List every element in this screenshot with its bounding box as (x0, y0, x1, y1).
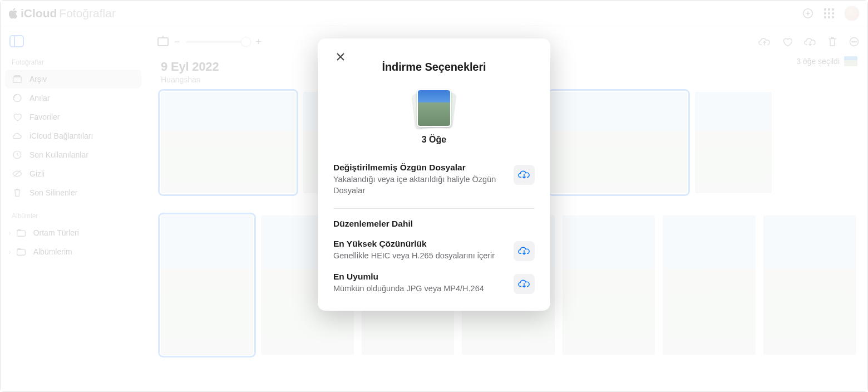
selection-thumb-icon (844, 56, 857, 66)
folder-icon (16, 246, 27, 257)
photo-thumbnail[interactable] (161, 92, 295, 193)
option-highest-resolution: En Yüksek Çözünürlük Genellikle HEIC vey… (333, 237, 535, 270)
svg-point-8 (852, 41, 853, 42)
photo-thumbnail[interactable] (563, 215, 655, 355)
chevron-right-icon: › (8, 228, 11, 237)
option-subtitle: Yakalandığı veya içe aktarıldığı haliyle… (333, 174, 507, 196)
sidebar-item-favorites[interactable]: Favoriler (5, 107, 141, 126)
folder-icon (16, 227, 27, 238)
heart-icon (12, 111, 23, 122)
sidebar-item-label: Ortam Türleri (33, 228, 79, 237)
option-most-compatible: En Uyumlu Mümkün olduğunda JPG veya MP4/… (333, 270, 535, 295)
sidebar-item-icloud-links[interactable]: iCloud Bağlantıları (5, 126, 141, 145)
separator (333, 208, 535, 209)
option-title: En Uyumlu (333, 272, 507, 282)
sidebar-item-label: Son Silinenler (29, 188, 77, 197)
sidebar-item-hidden[interactable]: Gizli (5, 164, 141, 183)
sidebar-item-label: Gizli (29, 169, 45, 178)
sidebar-item-label: Favoriler (29, 112, 60, 121)
sidebar-item-recently-deleted[interactable]: Son Silinenler (5, 183, 141, 202)
cloud-icon (12, 130, 23, 141)
modal-title: İndirme Seçenekleri (333, 61, 535, 74)
brand-icloud[interactable]: iCloud (21, 7, 57, 20)
sidebar-item-recents[interactable]: Son Kullanılanlar (5, 145, 141, 164)
chevron-right-icon: › (8, 247, 11, 256)
download-compatible-button[interactable] (514, 274, 535, 294)
zoom-in-button[interactable]: + (256, 36, 262, 48)
selection-count-label: 3 öğe seçildi (796, 57, 840, 66)
svg-rect-6 (17, 249, 25, 255)
sidebar-heading-photos: Fotoğraflar (5, 54, 141, 70)
svg-rect-5 (17, 231, 25, 236)
download-highres-button[interactable] (514, 241, 535, 261)
sidebar-item-label: Arşiv (29, 75, 47, 84)
app-launcher-icon[interactable] (823, 7, 835, 19)
photo-thumbnail[interactable] (161, 215, 253, 355)
more-icon[interactable] (849, 36, 860, 47)
add-icon[interactable] (802, 7, 814, 19)
option-subtitle: Genellikle HEIC veya H.265 dosyalarını i… (333, 251, 507, 262)
zoom-control: − + (174, 36, 262, 48)
sidebar-item-media-types[interactable]: › Ortam Türleri (5, 223, 141, 242)
sidebar-item-memories[interactable]: Anılar (5, 89, 141, 107)
sidebar-item-label: Albümlerim (33, 247, 72, 256)
sidebar-item-library[interactable]: Arşiv (5, 70, 141, 89)
favorite-icon[interactable] (782, 37, 793, 47)
svg-point-9 (854, 41, 855, 42)
item-count-label: 3 Öğe (333, 135, 535, 145)
aspect-toggle-icon[interactable] (157, 37, 169, 46)
sidebar-item-label: Anılar (29, 94, 50, 102)
sidebar-heading-albums: Albümler (5, 208, 141, 223)
sidebar-item-label: iCloud Bağlantıları (29, 131, 93, 140)
memories-icon (12, 92, 23, 104)
sidebar: Fotoğraflar Arşiv Anılar Favoriler iClou… (1, 26, 146, 392)
download-options-modal: İndirme Seçenekleri 3 Öğe Değiştirilmemi… (318, 38, 550, 311)
svg-rect-2 (14, 76, 20, 77)
photo-thumbnail[interactable] (663, 215, 755, 355)
preview-stack (414, 88, 454, 129)
eye-off-icon (12, 168, 23, 179)
apple-logo-icon (8, 8, 18, 19)
sidebar-item-my-albums[interactable]: › Albümlerim (5, 242, 141, 261)
option-title: En Yüksek Çözünürlük (333, 239, 507, 249)
svg-point-10 (856, 41, 857, 42)
account-avatar[interactable] (844, 6, 860, 21)
photo-thumbnail[interactable] (695, 92, 772, 193)
download-icon[interactable] (804, 37, 816, 47)
delete-icon[interactable] (827, 36, 837, 47)
option-title: Değiştirilmemiş Özgün Dosyalar (333, 163, 507, 173)
app-window: iCloud Fotoğraflar Fotoğraflar Arşiv Anı… (0, 0, 868, 392)
svg-rect-1 (13, 77, 21, 82)
global-header: iCloud Fotoğraflar (1, 1, 867, 26)
upload-icon[interactable] (758, 37, 771, 47)
brand-app: Fotoğraflar (59, 7, 116, 20)
photo-thumbnail[interactable] (550, 92, 687, 193)
selection-status: 3 öğe seçildi (796, 56, 857, 66)
option-subtitle: Mümkün olduğunda JPG veya MP4/H.264 (333, 283, 507, 295)
section-label-edits-included: Düzenlemeler Dahil (333, 219, 535, 229)
zoom-slider[interactable] (186, 41, 246, 43)
photo-thumbnail[interactable] (763, 215, 856, 355)
trash-icon (12, 187, 23, 198)
option-unmodified-originals: Değiştirilmemiş Özgün Dosyalar Yakalandı… (333, 160, 535, 204)
sidebar-item-label: Son Kullanılanlar (29, 150, 88, 159)
download-originals-button[interactable] (514, 165, 535, 185)
clock-icon (12, 149, 23, 160)
library-icon (12, 74, 23, 85)
sidebar-toggle-icon[interactable] (9, 35, 24, 47)
zoom-out-button[interactable]: − (174, 36, 180, 48)
